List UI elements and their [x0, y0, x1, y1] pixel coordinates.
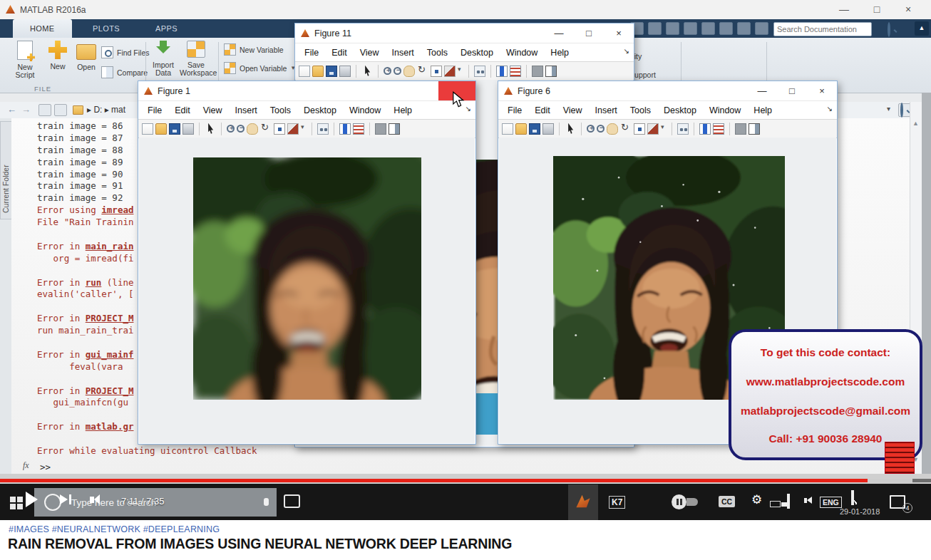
close-button[interactable]: ×	[604, 24, 634, 43]
figure-menu-item[interactable]: View	[354, 48, 386, 58]
figure-toolbar-icon[interactable]	[182, 123, 194, 135]
next-icon[interactable]	[60, 494, 71, 504]
minimize-button[interactable]: —	[747, 81, 777, 100]
figure-toolbar-icon[interactable]	[694, 123, 694, 135]
figure-menu-item[interactable]: Insert	[589, 105, 624, 115]
k7-antivirus-icon[interactable]: K7	[609, 496, 625, 509]
figure-menu-item[interactable]: Help	[747, 105, 778, 115]
import-data-button[interactable]: Import Data	[147, 41, 180, 78]
figure-menu-item[interactable]: Tools	[624, 105, 657, 115]
figure-toolbar-icon[interactable]	[526, 65, 527, 78]
compare-button[interactable]: Compare	[101, 66, 148, 78]
figure-toolbar-icon[interactable]	[369, 123, 370, 135]
miniplayer-icon[interactable]	[787, 494, 790, 509]
figure-toolbar-icon[interactable]	[444, 66, 456, 77]
figure-toolbar-icon[interactable]	[142, 123, 153, 135]
speaker-icon[interactable]	[804, 497, 812, 504]
new-script-button[interactable]: New Script	[9, 41, 41, 80]
find-files-button[interactable]: Find Files	[101, 46, 150, 58]
figure-toolbar-icon[interactable]	[620, 123, 632, 135]
figure-toolbar-icon[interactable]	[713, 123, 724, 135]
language-indicator[interactable]: ENG	[820, 497, 842, 508]
error-link[interactable]: PROJECT_M	[86, 313, 134, 323]
figure-toolbar-icon[interactable]	[274, 123, 285, 135]
figure-toolbar-icon[interactable]	[205, 123, 216, 135]
figure-toolbar-icon[interactable]	[389, 123, 400, 135]
figure-toolbar-icon[interactable]	[417, 66, 428, 77]
command-prompt[interactable]: >>	[40, 462, 51, 472]
figure1-window[interactable]: Figure 1 FileEditViewInsertToolsDesktopW…	[138, 81, 476, 445]
figure-toolbar-icon[interactable]	[237, 125, 245, 133]
figure-toolbar-icon[interactable]	[299, 66, 310, 77]
figure-toolbar-icon[interactable]	[559, 123, 560, 135]
figure-toolbar-icon[interactable]	[468, 65, 469, 78]
figure-menu-item[interactable]: View	[557, 105, 589, 115]
open-button[interactable]: Open	[70, 41, 103, 71]
gui-pushbutton[interactable]	[473, 393, 498, 435]
up-folder-icon[interactable]	[38, 104, 51, 116]
figure-toolbar-icon[interactable]	[749, 123, 760, 135]
figure-toolbar-icon[interactable]	[529, 123, 540, 135]
figure-toolbar-icon[interactable]	[339, 66, 351, 77]
figure-menu-item[interactable]: Help	[387, 105, 418, 115]
close-button[interactable]: ×	[895, 1, 921, 17]
figure-toolbar-icon[interactable]	[502, 123, 513, 135]
search-documentation-input[interactable]	[773, 22, 872, 36]
figure-toolbar-icon[interactable]	[431, 66, 442, 77]
figure-toolbar-icon[interactable]	[312, 123, 312, 135]
figure-menu-item[interactable]: Edit	[325, 48, 354, 58]
video-progress-bar[interactable]	[0, 479, 931, 482]
figure-toolbar-icon[interactable]	[287, 123, 299, 135]
error-link[interactable]: matlab.gr	[86, 421, 134, 432]
figure-toolbar-icon[interactable]	[672, 123, 672, 135]
video-hashtags[interactable]: #IMAGES #NEURALNETWORK #DEEPLEARNING	[9, 524, 220, 534]
figure-menu-item[interactable]: File	[298, 48, 325, 58]
dock-arrow-icon[interactable]: ↘	[465, 105, 471, 113]
figure-menu-item[interactable]: File	[141, 105, 168, 115]
figure-menu-item[interactable]: Insert	[386, 48, 421, 58]
figure-toolbar-icon[interactable]	[474, 66, 485, 77]
qat-icon[interactable]	[737, 22, 751, 35]
figure-toolbar-icon[interactable]	[565, 123, 576, 135]
figure-menu-item[interactable]: Tools	[264, 105, 297, 115]
task-view-icon[interactable]	[284, 494, 300, 508]
tab-apps[interactable]: APPS	[138, 19, 195, 38]
figure-toolbar-icon[interactable]	[394, 67, 401, 75]
figure-toolbar-icon[interactable]	[458, 66, 463, 77]
tab-plots[interactable]: PLOTS	[76, 19, 137, 38]
video-frame[interactable]: MATLAB R2016a — □ × HOME PLOTS APPS ▲ Ne…	[0, 0, 931, 520]
figure-toolbar-icon[interactable]	[169, 123, 180, 135]
autoplay-toggle[interactable]	[672, 494, 698, 509]
qat-icon[interactable]	[648, 22, 662, 35]
browse-folder-icon[interactable]	[54, 104, 67, 116]
figure-toolbar-icon[interactable]	[353, 123, 364, 135]
error-link[interactable]: main_rain	[86, 241, 134, 252]
minimize-button[interactable]: —	[544, 24, 574, 43]
save-workspace-button[interactable]: Save Workspace	[180, 41, 212, 78]
figure-menu-item[interactable]: Tools	[421, 48, 454, 58]
figure-menu-item[interactable]: Desktop	[454, 48, 500, 58]
figure-toolbar-icon[interactable]	[677, 123, 689, 135]
figure-menu-item[interactable]: Edit	[528, 105, 557, 115]
chevron-down-icon[interactable]: ▾	[887, 105, 890, 113]
figure-toolbar-icon[interactable]	[545, 66, 557, 77]
search-icon[interactable]	[888, 22, 890, 37]
volume-icon[interactable]	[90, 494, 100, 504]
forward-icon[interactable]: →	[21, 103, 31, 117]
figure-toolbar-icon[interactable]	[317, 123, 329, 135]
qat-icon[interactable]	[701, 22, 715, 35]
error-link[interactable]: PROJECT_M	[86, 385, 134, 396]
figure-menu-item[interactable]: Edit	[168, 105, 197, 115]
figure-toolbar-icon[interactable]	[260, 123, 272, 135]
annotation-card[interactable]	[885, 442, 915, 474]
matlab-taskbar-cell[interactable]	[568, 484, 598, 520]
maximize-button[interactable]: □	[864, 1, 890, 17]
figure-toolbar-icon[interactable]	[490, 65, 491, 78]
figure-toolbar-icon[interactable]	[247, 123, 258, 135]
qat-icon[interactable]	[684, 22, 697, 35]
figure-menu-item[interactable]: View	[197, 105, 229, 115]
error-link[interactable]: run	[86, 277, 102, 288]
figure-toolbar-icon[interactable]	[199, 123, 200, 135]
play-icon[interactable]	[26, 492, 38, 507]
start-button[interactable]	[10, 497, 23, 509]
